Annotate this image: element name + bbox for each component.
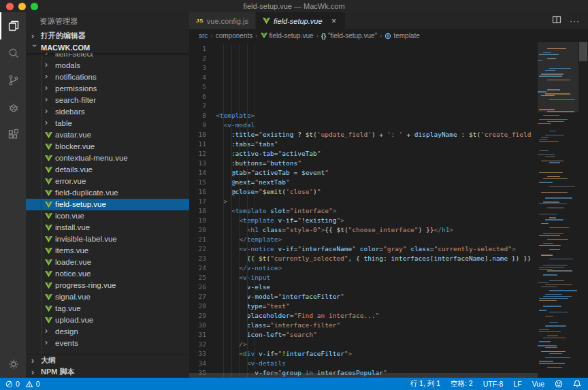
window-title: field-setup.vue — MacWk.com bbox=[0, 2, 588, 10]
close-window-button[interactable] bbox=[6, 3, 14, 10]
window-controls[interactable] bbox=[0, 3, 38, 10]
tree-item-error.vue[interactable]: error.vue bbox=[26, 176, 189, 187]
tree-item-table[interactable]: ›table bbox=[26, 118, 189, 129]
code-line-21: type="text" bbox=[216, 302, 538, 311]
code-line-3: :title="existing ? $t('update_field') + … bbox=[216, 130, 538, 140]
notifications-bell-icon[interactable] bbox=[573, 380, 581, 388]
vue-file-icon bbox=[45, 155, 52, 161]
section-outline[interactable]: › 大纲 bbox=[26, 355, 189, 366]
vue-file-icon bbox=[45, 294, 52, 300]
vue-file-icon bbox=[45, 213, 52, 219]
vue-file-icon bbox=[45, 167, 52, 173]
code-line-4: :tabs="tabs" bbox=[216, 140, 538, 149]
tree-item-icon.vue[interactable]: icon.vue bbox=[26, 210, 189, 222]
close-tab-icon[interactable]: × bbox=[330, 16, 338, 26]
tree-item-upload.vue[interactable]: upload.vue bbox=[26, 314, 189, 326]
vue-file-icon bbox=[45, 271, 52, 277]
breadcrumb-item-3[interactable]: field-setup.vue bbox=[261, 32, 314, 39]
tree-item-install.vue[interactable]: install.vue bbox=[26, 222, 189, 233]
source-control-icon[interactable] bbox=[0, 67, 26, 94]
code-line-14: </template> bbox=[216, 235, 538, 244]
tab-bar-tabs: JSvue.config.jsfield-setup.vue× bbox=[189, 12, 346, 29]
tree-item-modals[interactable]: ›modals bbox=[26, 60, 189, 71]
tree-item-avatar.vue[interactable]: avatar.vue bbox=[26, 129, 189, 141]
debug-icon[interactable] bbox=[0, 94, 26, 121]
status-item-4[interactable]: LF bbox=[513, 380, 521, 388]
breadcrumb-item-2[interactable]: components bbox=[216, 32, 252, 39]
code-line-27: <v-details bbox=[216, 359, 538, 368]
tree-item-design[interactable]: ›design bbox=[26, 326, 189, 338]
vue-file-icon bbox=[261, 33, 267, 38]
tree-item-sidebars[interactable]: ›sidebars bbox=[26, 106, 189, 118]
tree-item-items.vue[interactable]: items.vue bbox=[26, 245, 189, 257]
code-line-19: v-else bbox=[216, 282, 538, 292]
code-line-26: <div v-if="!interfaceFilter"> bbox=[216, 349, 538, 359]
horizontal-scrollbar-slider[interactable] bbox=[189, 373, 538, 378]
minimize-window-button[interactable] bbox=[18, 3, 26, 10]
tree-item-signal.vue[interactable]: signal.vue bbox=[26, 291, 189, 303]
search-icon[interactable] bbox=[0, 39, 26, 67]
split-editor-icon[interactable] bbox=[552, 15, 561, 27]
problems-indicator[interactable]: 0 0 bbox=[5, 380, 40, 388]
code-line-8: @next="nextTab" bbox=[216, 178, 538, 187]
minimap[interactable] bbox=[538, 42, 578, 378]
breadcrumb-item-4[interactable]: {}"field-setup.vue" bbox=[321, 32, 377, 39]
vue-file-icon bbox=[45, 317, 52, 323]
vue-file-icon bbox=[45, 201, 52, 208]
breadcrumb-item-1[interactable]: src bbox=[199, 32, 208, 39]
tree-item-invisible-label.vue[interactable]: invisible-label.vue bbox=[26, 233, 189, 245]
code-line-6: :buttons="buttons" bbox=[216, 159, 538, 168]
warning-count: 0 bbox=[36, 380, 40, 388]
status-item-1[interactable]: 行 1, 列 1 bbox=[410, 379, 440, 389]
vue-file-icon bbox=[45, 248, 52, 254]
section-npm-scripts[interactable]: › NPM 脚本 bbox=[26, 366, 189, 378]
tree-item-search-filter[interactable]: ›search-filter bbox=[26, 95, 189, 106]
explorer-icon[interactable] bbox=[0, 12, 26, 39]
section-open-editors[interactable]: › 打开的编辑器 bbox=[26, 30, 189, 42]
vue-file-icon bbox=[45, 144, 52, 150]
tree-item-field-duplicate.vue[interactable]: field-duplicate.vue bbox=[26, 187, 189, 199]
vue-file-icon bbox=[45, 259, 52, 265]
tree-item-tag.vue[interactable]: tag.vue bbox=[26, 303, 189, 314]
error-count: 0 bbox=[16, 380, 20, 388]
tab-field-setup.vue[interactable]: field-setup.vue× bbox=[256, 12, 346, 29]
activity-bar bbox=[0, 12, 26, 378]
vue-file-icon bbox=[45, 236, 52, 242]
tree-item-progress-ring.vue[interactable]: progress-ring.vue bbox=[26, 280, 189, 291]
chevron-right-icon: › bbox=[45, 83, 52, 93]
code-line-25: /> bbox=[216, 340, 538, 349]
code-line-5: :active-tab="activeTab" bbox=[216, 149, 538, 159]
vertical-scrollbar-slider[interactable] bbox=[579, 42, 587, 61]
status-item-3[interactable]: UTF-8 bbox=[483, 380, 504, 388]
tree-item-blocker.vue[interactable]: blocker.vue bbox=[26, 141, 189, 152]
tree-item-permissions[interactable]: ›permissions bbox=[26, 83, 189, 95]
tree-item-loader.vue[interactable]: loader.vue bbox=[26, 257, 189, 268]
tree-item-notifications[interactable]: ›notifications bbox=[26, 71, 189, 83]
vue-file-icon bbox=[45, 282, 52, 289]
zoom-window-button[interactable] bbox=[31, 3, 38, 10]
status-item-5[interactable]: Vue bbox=[532, 380, 544, 388]
code-editor[interactable]: 1234567891011121314151617181920212223242… bbox=[189, 42, 588, 378]
breadcrumb-item-5[interactable]: template bbox=[385, 32, 419, 39]
settings-gear-icon[interactable] bbox=[0, 351, 26, 378]
chevron-right-icon: › bbox=[45, 71, 52, 81]
tab-bar: JSvue.config.jsfield-setup.vue× ··· bbox=[189, 12, 588, 29]
tree-item-notice.vue[interactable]: notice.vue bbox=[26, 268, 189, 280]
code-line-17: </v-notice> bbox=[216, 263, 538, 273]
extensions-icon[interactable] bbox=[0, 121, 26, 148]
tree-item-events[interactable]: ›events bbox=[26, 338, 189, 349]
status-item-2[interactable]: 空格: 2 bbox=[451, 379, 473, 389]
tree-item-item-select[interactable]: ›item-select bbox=[26, 53, 189, 60]
tab-vue.config.js[interactable]: JSvue.config.js bbox=[189, 12, 256, 29]
section-workspace[interactable]: › MACWK.COM bbox=[26, 42, 189, 53]
breadcrumb-separator: › bbox=[210, 32, 212, 39]
vertical-scrollbar[interactable] bbox=[578, 42, 588, 378]
feedback-smiley-icon[interactable] bbox=[555, 380, 563, 388]
more-actions-icon[interactable]: ··· bbox=[570, 16, 580, 26]
tree-item-details.vue[interactable]: details.vue bbox=[26, 164, 189, 176]
code-line-22: placeholder="Find an interface..." bbox=[216, 311, 538, 321]
tree-item-contextual-menu.vue[interactable]: contextual-menu.vue bbox=[26, 152, 189, 164]
vue-file-icon bbox=[263, 18, 270, 24]
sidebar-title: 资源管理器 bbox=[26, 12, 189, 30]
tree-item-field-setup.vue[interactable]: field-setup.vue bbox=[26, 199, 189, 210]
